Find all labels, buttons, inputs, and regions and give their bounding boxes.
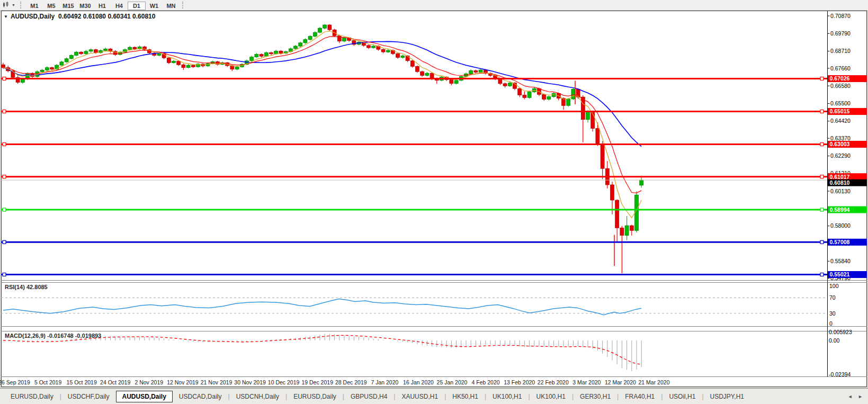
timeframe-button-m5[interactable]: M5 (43, 2, 60, 10)
timeframe-button-m30[interactable]: M30 (77, 2, 94, 10)
candle-body (182, 65, 185, 68)
tab-usdcnh-daily[interactable]: USDCNH,Daily (230, 391, 285, 402)
level-handle[interactable] (3, 208, 6, 211)
axis-tick-label: 0.70870 (830, 13, 851, 19)
axis-tick-label: 0.68710 (830, 48, 851, 54)
toolbar-grip-2[interactable] (182, 2, 185, 8)
candle-body (45, 68, 49, 70)
candle-body (586, 111, 590, 119)
chart-tabs: EURUSD,Daily|USDCHF,DailyAUDUSD,DailyUSD… (4, 391, 750, 402)
candle-body (401, 56, 405, 58)
level-handle[interactable] (820, 143, 824, 146)
chart-style-dropdown-caret[interactable]: ▼ (12, 3, 15, 7)
level-handle[interactable] (820, 175, 824, 178)
candle-body (381, 49, 385, 52)
tab-usdchf-daily[interactable]: USDCHF,Daily (61, 391, 116, 402)
price-badge-label: 0.67026 (830, 75, 850, 82)
tab-gbpusd-h4[interactable]: GBPUSD,H4 (344, 391, 393, 402)
candle-body (328, 25, 332, 30)
date-label: 28 Dec 2019 (335, 379, 367, 385)
level-handle[interactable] (3, 110, 6, 113)
candle-body (450, 80, 453, 84)
timeframe-button-h1[interactable]: H1 (94, 2, 111, 10)
axis-tick-label: 0.62290 (830, 152, 851, 159)
rsi-axis-label: 70 (829, 294, 836, 301)
candle-body (303, 40, 307, 43)
candle-body (270, 52, 273, 53)
toolbar-grip[interactable] (20, 2, 23, 8)
level-handle[interactable] (820, 240, 824, 244)
candle-body (89, 50, 93, 51)
chart-tab-bar: EURUSD,Daily|USDCHF,DailyAUDUSD,DailyUSD… (0, 388, 868, 404)
candle-body (294, 46, 298, 49)
date-label: 3 Mar 2020 (572, 379, 601, 385)
candle-body (177, 61, 181, 65)
candle-body (611, 185, 614, 200)
candle-body (308, 37, 312, 40)
candle-body (508, 83, 512, 86)
candle-body (79, 52, 83, 53)
level-handle[interactable] (820, 77, 824, 80)
timeframe-button-m1[interactable]: M1 (26, 2, 43, 10)
candle-body (2, 65, 5, 68)
candle-body (420, 71, 424, 75)
candle-body (104, 49, 108, 50)
level-handle[interactable] (3, 240, 6, 244)
candle-body (264, 52, 268, 56)
tab-audusd-daily[interactable]: AUDUSD,Daily (116, 391, 173, 402)
candle-body (601, 144, 604, 168)
timeframe-button-m15[interactable]: M15 (60, 2, 77, 10)
tab-uk100-h1[interactable]: UK100,H1 (530, 391, 572, 402)
candle-body (40, 70, 44, 71)
timeframe-button-w1[interactable]: W1 (146, 2, 163, 10)
candle-body (299, 43, 302, 46)
candle-body (21, 79, 24, 82)
candle-body (157, 54, 161, 56)
level-handle[interactable] (3, 273, 6, 276)
tab-ger30-h1[interactable]: GER30,H1 (574, 391, 617, 402)
candle-body (503, 84, 507, 86)
rsi-axis-label: 100 (829, 283, 839, 289)
timeframe-button-mn[interactable]: MN (163, 2, 180, 10)
level-handle[interactable] (3, 77, 6, 80)
candle-body (396, 53, 400, 57)
level-handle[interactable] (3, 143, 6, 146)
candle-body (279, 51, 283, 53)
level-handle[interactable] (820, 273, 824, 276)
candle-body (372, 46, 375, 48)
level-handle[interactable] (3, 175, 6, 178)
candle-body (518, 88, 522, 95)
level-handle[interactable] (820, 110, 824, 113)
candle-body (367, 46, 371, 48)
price-badge-label: 0.61017 (830, 174, 850, 180)
tabs-scroll-left-icon[interactable]: ◄ (848, 394, 853, 399)
collapse-icon[interactable]: ▼ (4, 14, 8, 19)
mt4-window: ▼ M1M5M15M30H1H4D1W1MN 0.708700.697900.6… (0, 0, 868, 404)
axis-tick-label: 0.69790 (830, 30, 851, 37)
tab-eurusd-daily[interactable]: EURUSD,Daily (287, 391, 343, 402)
price-badge-label: 0.63003 (830, 141, 850, 147)
candle-body (547, 97, 551, 100)
axis-tick-label: 0.58000 (830, 222, 851, 229)
date-label: 21 Mar 2020 (639, 379, 670, 385)
tab-usdjpy-h1[interactable]: USDJPY,H1 (704, 391, 750, 402)
candle-body (274, 51, 278, 53)
tab-usdcad-daily[interactable]: USDCAD,Daily (173, 391, 228, 402)
tab-usoil-h1[interactable]: USOil,H1 (663, 391, 702, 402)
candle-body (469, 70, 473, 74)
tab-fra40-h1[interactable]: FRA40,H1 (619, 391, 661, 402)
chart-style-icon[interactable] (2, 2, 11, 8)
timeframe-button-d1[interactable]: D1 (128, 2, 146, 10)
candle-body (640, 180, 643, 185)
date-label: 4 Feb 2020 (472, 379, 500, 385)
tab-eurusd-daily[interactable]: EURUSD,Daily (4, 391, 60, 402)
level-handle[interactable] (820, 208, 824, 211)
tabs-scroll-right-icon[interactable]: ► (858, 394, 863, 399)
date-label: 15 Oct 2019 (67, 379, 97, 385)
candle-body (255, 55, 258, 57)
tab-xauusd-h1[interactable]: XAUUSD,H1 (395, 391, 444, 402)
tab-uk100-h1[interactable]: UK100,H1 (486, 391, 528, 402)
tab-hk50-h1[interactable]: HK50,H1 (446, 391, 485, 402)
timeframe-button-h4[interactable]: H4 (111, 2, 128, 10)
candle-body (313, 32, 317, 36)
